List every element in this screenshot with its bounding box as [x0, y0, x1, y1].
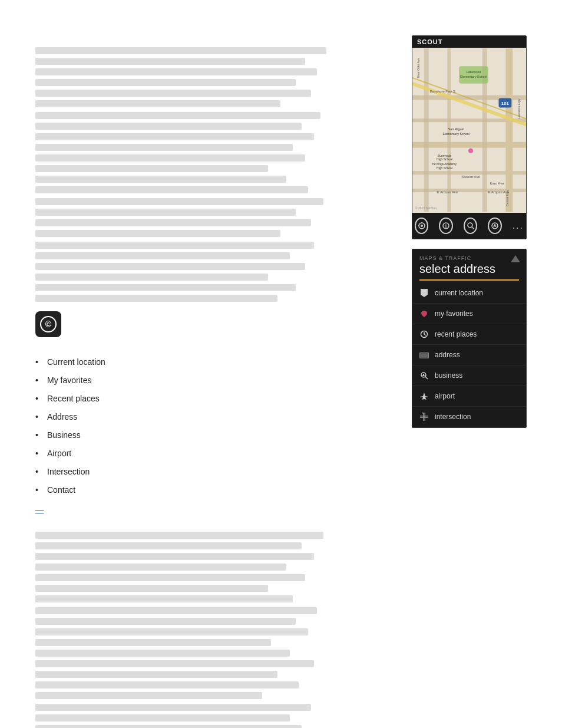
list-item-my-favorites: My favorites: [35, 374, 342, 387]
svg-text:Elementary School: Elementary School: [460, 75, 487, 78]
svg-text:©: ©: [45, 319, 52, 329]
address-icon: [419, 350, 429, 360]
scout-screenshot: SCOUT 101: [412, 35, 527, 239]
svg-point-21: [468, 149, 473, 153]
svg-text:Lawrence Expy: Lawrence Expy: [518, 98, 521, 118]
menu-item-intersection[interactable]: intersection: [412, 407, 526, 427]
business-icon: [419, 371, 429, 380]
svg-point-36: [421, 225, 423, 227]
select-address-screenshot: MAPS & TRAFFIC select address current lo…: [412, 249, 527, 428]
svg-text:Stewart Ave: Stewart Ave: [461, 175, 480, 179]
up-arrow-icon[interactable]: [511, 255, 520, 262]
svg-rect-8: [424, 48, 429, 212]
svg-text:Elementary School: Elementary School: [442, 132, 470, 136]
svg-line-50: [424, 334, 426, 335]
list-item-airport: Airport: [35, 447, 342, 460]
right-screenshots: SCOUT 101: [412, 35, 527, 428]
svg-point-43: [468, 223, 472, 228]
list-item-contact: Contact: [35, 484, 342, 496]
select-address-header: MAPS & TRAFFIC select address: [412, 249, 526, 283]
svg-text:Lakewood: Lakewood: [467, 70, 481, 74]
body-text-6: [35, 607, 342, 699]
svg-text:Sunnyvale: Sunnyvale: [438, 154, 451, 157]
svg-text:he Kings Academy: he Kings Academy: [432, 163, 457, 166]
svg-text:E Arques Ave: E Arques Ave: [437, 190, 458, 194]
list-item-business: Business: [35, 429, 342, 442]
svg-rect-11: [505, 48, 513, 212]
svg-text:Karo Ave: Karo Ave: [490, 182, 505, 185]
svg-text:101: 101: [501, 101, 510, 106]
list-item-address: Address: [35, 411, 342, 423]
svg-text:i: i: [445, 223, 447, 229]
scout-header: SCOUT: [412, 36, 526, 48]
current-location-icon: [419, 288, 429, 298]
menu-item-airport[interactable]: airport: [412, 386, 526, 407]
body-text-2: [35, 112, 342, 193]
scout-navigate-icon[interactable]: [488, 218, 501, 234]
menu-item-my-favorites[interactable]: my favorites: [412, 304, 526, 324]
scout-map: 101 Lakewood Elementary School San Migue…: [412, 48, 526, 213]
body-text-5: [35, 532, 342, 602]
scout-more-dots[interactable]: ...: [513, 220, 524, 231]
maps-traffic-subtitle: MAPS & TRAFFIC: [419, 255, 519, 261]
address-label: address: [435, 351, 460, 359]
svg-rect-62: [424, 413, 425, 416]
recent-places-icon: [419, 330, 429, 339]
intersection-icon: [419, 412, 429, 421]
svg-text:Near Oaks Ave: Near Oaks Ave: [417, 58, 420, 78]
recent-places-label: recent places: [435, 330, 477, 338]
intersection-label: intersection: [435, 413, 471, 421]
scout-footer: i ...: [412, 213, 526, 239]
current-location-label: current location: [435, 289, 483, 297]
menu-item-business[interactable]: business: [412, 365, 526, 386]
svg-marker-47: [421, 289, 428, 297]
svg-rect-64: [425, 416, 428, 417]
my-favorites-label: my favorites: [435, 309, 473, 318]
svg-text:© 2013 TomTom: © 2013 TomTom: [415, 206, 437, 210]
body-text-1: [35, 47, 342, 107]
menu-item-recent-places[interactable]: recent places: [412, 324, 526, 345]
svg-text:Central Expy: Central Expy: [506, 189, 509, 206]
business-label: business: [435, 371, 462, 380]
scout-location-icon[interactable]: [415, 218, 428, 234]
body-text-7: [35, 704, 342, 728]
body-text-4: [35, 242, 342, 302]
svg-text:High School: High School: [437, 167, 452, 170]
airport-icon: [419, 391, 429, 401]
list-item-recent-places: Recent places: [35, 393, 342, 405]
select-address-title: select address: [419, 262, 519, 281]
scout-search-icon[interactable]: [464, 218, 477, 234]
svg-rect-59: [423, 374, 424, 376]
feature-list: Current location My favorites Recent pla…: [35, 356, 342, 496]
svg-text:Bayshore Fwy S.: Bayshore Fwy S.: [430, 90, 457, 93]
list-item-current-location: Current location: [35, 356, 342, 368]
menu-item-current-location[interactable]: current location: [412, 283, 526, 304]
svg-rect-65: [424, 418, 425, 421]
left-content: © Current location My favorites Recent p…: [35, 47, 342, 728]
svg-text:High School: High School: [437, 158, 452, 161]
airport-label: airport: [435, 392, 455, 400]
svg-line-44: [472, 227, 474, 229]
body-text-3: [35, 198, 342, 237]
scout-app-icon: ©: [35, 311, 61, 337]
menu-item-address[interactable]: address: [412, 345, 526, 365]
svg-rect-63: [420, 416, 423, 417]
svg-marker-46: [493, 223, 497, 228]
my-favorites-icon: [419, 309, 429, 318]
list-item-intersection: Intersection: [35, 466, 342, 478]
svg-text:San Miguel: San Miguel: [448, 127, 464, 131]
svg-line-57: [425, 377, 428, 379]
blue-link[interactable]: —: [35, 505, 44, 514]
scout-info-icon[interactable]: i: [439, 218, 452, 234]
